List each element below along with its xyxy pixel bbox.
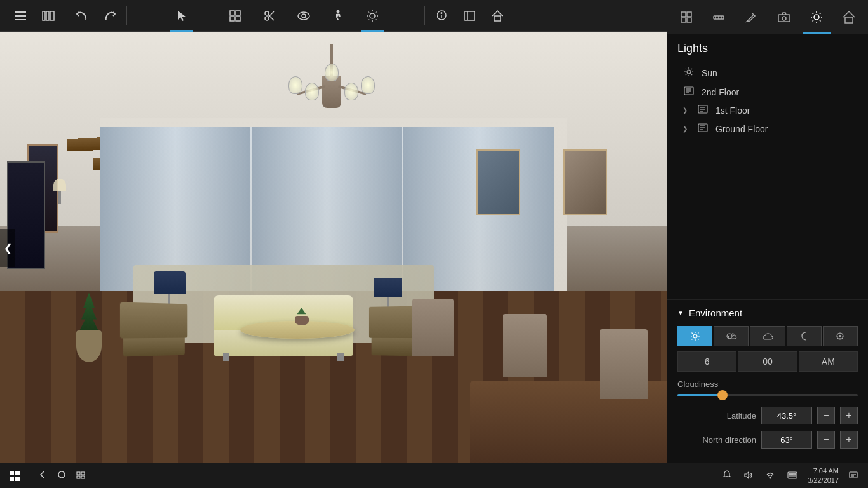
svg-rect-104	[788, 472, 797, 478]
time-minute[interactable]: 00	[738, 351, 797, 372]
scissors-tool-icon[interactable]	[255, 0, 283, 32]
left-nav-arrow[interactable]: ❮	[0, 229, 15, 267]
plant-large	[67, 292, 111, 369]
select-tool-icon[interactable]	[168, 0, 196, 32]
weather-custom-btn[interactable]	[823, 326, 858, 346]
latitude-increase-btn[interactable]: +	[840, 407, 858, 424]
ground-floor-label: Ground Floor	[715, 124, 768, 134]
dining-chair-1	[600, 329, 648, 399]
cloudiness-label: Cloudiness	[677, 379, 858, 389]
taskbar: 7:04 AM 3/22/2017	[0, 463, 868, 488]
cloudiness-slider[interactable]	[677, 394, 858, 396]
cloudiness-thumb[interactable]	[717, 390, 728, 400]
light-item-1st-floor[interactable]: ❯ 1st Floor	[677, 101, 858, 119]
north-direction-label: North direction	[677, 435, 756, 445]
panel-measure-icon[interactable]	[702, 0, 735, 34]
north-increase-btn[interactable]: +	[840, 431, 858, 449]
svg-rect-94	[10, 477, 14, 481]
panel-home-icon[interactable]	[833, 0, 865, 34]
svg-rect-9	[230, 17, 234, 21]
home-view-icon[interactable]	[484, 0, 512, 32]
svg-rect-53	[845, 17, 853, 23]
lights-spacer	[667, 146, 868, 299]
info-icon[interactable]	[428, 0, 456, 32]
panel-light-icon[interactable]	[800, 0, 832, 34]
svg-line-61	[691, 69, 692, 69]
panel-build-icon[interactable]	[670, 0, 702, 34]
svg-rect-95	[15, 477, 20, 481]
svg-line-50	[820, 20, 821, 22]
wall-art-right-2	[563, 149, 607, 215]
svg-point-18	[370, 13, 375, 18]
weather-cloudy-btn[interactable]	[750, 326, 785, 346]
north-decrease-btn[interactable]: −	[817, 431, 835, 449]
dining-chair-3	[412, 299, 454, 356]
taskbar-network-icon[interactable]	[763, 471, 777, 481]
view-tool-icon[interactable]	[290, 0, 318, 32]
svg-line-59	[686, 69, 686, 69]
taskbar-back-icon[interactable]	[36, 470, 50, 481]
panel-toolbar	[667, 0, 868, 34]
svg-point-16	[302, 14, 306, 18]
separator-3	[424, 6, 425, 25]
taskbar-datetime[interactable]: 7:04 AM 3/22/2017	[808, 466, 839, 485]
light-tool-icon[interactable]	[358, 0, 386, 32]
svg-point-114	[792, 473, 792, 474]
separator-2	[126, 6, 127, 25]
taskbar-keyboard-icon[interactable]	[785, 471, 800, 481]
svg-rect-35	[681, 18, 686, 22]
viewport[interactable]: ❮	[0, 32, 667, 464]
svg-rect-33	[681, 12, 686, 17]
sun-label: Sun	[702, 68, 717, 78]
time-hour[interactable]: 6	[677, 351, 736, 372]
latitude-input[interactable]	[761, 407, 812, 424]
floor-light-icon-2	[682, 86, 695, 97]
panel-camera-icon[interactable]	[768, 0, 800, 34]
undo-icon[interactable]	[68, 0, 96, 32]
latitude-decrease-btn[interactable]: −	[817, 407, 835, 424]
svg-rect-98	[81, 472, 85, 475]
taskbar-circle-icon[interactable]	[55, 470, 69, 481]
light-item-sun[interactable]: Sun	[677, 63, 858, 83]
svg-point-113	[790, 473, 791, 474]
env-collapse-icon: ▼	[677, 309, 684, 316]
svg-point-91	[839, 336, 841, 337]
time-row: 6 00 AM	[677, 351, 858, 372]
svg-rect-2	[15, 19, 26, 20]
light-item-ground-floor[interactable]: ❯ Ground Floor	[677, 119, 858, 138]
svg-point-54	[687, 70, 691, 74]
svg-rect-97	[77, 472, 80, 475]
weather-partly-cloudy-btn[interactable]	[714, 326, 749, 346]
left-chevron-icon: ❮	[4, 242, 12, 254]
taskbar-volume-icon[interactable]	[742, 471, 756, 481]
taskbar-action-center-icon[interactable]	[846, 471, 860, 481]
taskbar-windows-icon[interactable]	[74, 471, 88, 481]
panel-edit-icon[interactable]	[735, 0, 768, 34]
svg-line-23	[369, 11, 370, 13]
svg-line-51	[820, 13, 821, 14]
svg-rect-34	[687, 12, 691, 17]
weather-night-btn[interactable]	[787, 326, 822, 346]
svg-point-116	[794, 473, 795, 474]
top-toolbar	[0, 0, 667, 32]
walk-tool-icon[interactable]	[324, 0, 352, 32]
taskbar-notification-icon[interactable]	[720, 470, 734, 481]
grid-tool-icon[interactable]	[221, 0, 249, 32]
light-item-2nd-floor[interactable]: 2nd Floor	[677, 83, 858, 101]
north-direction-input[interactable]	[761, 431, 812, 449]
svg-rect-10	[236, 17, 240, 21]
environment-header[interactable]: ▼ Environment	[677, 308, 858, 318]
start-button[interactable]	[0, 463, 29, 489]
weather-clear-btn[interactable]	[677, 326, 712, 346]
svg-marker-102	[745, 472, 749, 478]
redo-icon[interactable]	[96, 0, 124, 32]
taskbar-icons	[29, 470, 94, 481]
time-period[interactable]: AM	[799, 351, 858, 372]
table-plant	[294, 308, 309, 325]
menu-icon[interactable]	[6, 0, 34, 32]
svg-point-112	[789, 473, 790, 474]
sun-light-icon	[682, 67, 695, 79]
taskbar-right: 7:04 AM 3/22/2017	[720, 466, 868, 485]
expand-icon[interactable]	[456, 0, 484, 32]
library-icon[interactable]	[34, 0, 62, 32]
